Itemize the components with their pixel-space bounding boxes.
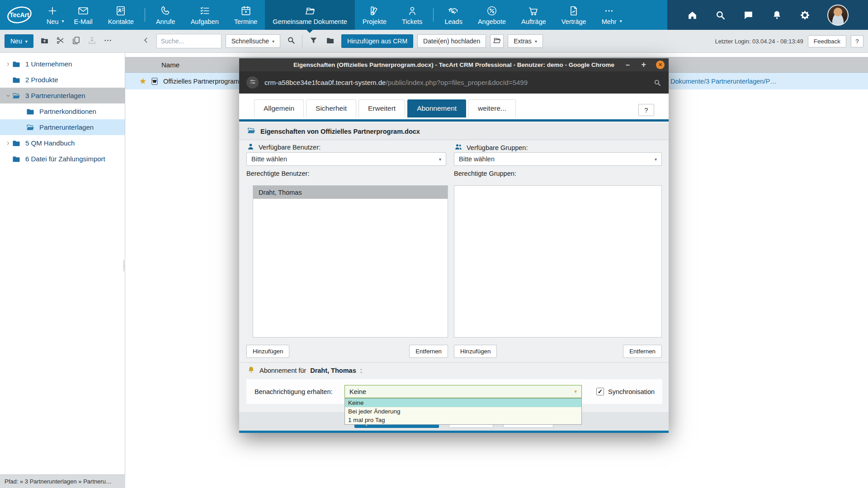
nav-item-angebote[interactable]: Angebote bbox=[470, 0, 514, 30]
notification-option-1-mal-pro-tag[interactable]: 1 mal pro Tag bbox=[345, 416, 581, 424]
sidebar-item-partnerkonditionen[interactable]: Partnerkonditionen bbox=[0, 103, 125, 119]
search-icon[interactable] bbox=[715, 9, 726, 21]
collapse-tree-icon[interactable] bbox=[140, 36, 152, 46]
add-group-button[interactable]: Hinzufügen bbox=[454, 345, 497, 358]
chat-icon[interactable] bbox=[743, 9, 754, 21]
nav-item-label: Gemeinsame Dokumente bbox=[273, 18, 347, 25]
more-dots-icon bbox=[603, 5, 615, 17]
zoom-icon[interactable] bbox=[653, 79, 661, 87]
sidebar-item-2-produkte[interactable]: 2 Produkte bbox=[0, 72, 125, 88]
sidebar-item-6-datei-fur-zahlungsimport[interactable]: 6 Datei für Zahlungsimport bbox=[0, 151, 125, 167]
search-input[interactable] bbox=[156, 34, 222, 48]
nav-item-e-mail[interactable]: E-Mail bbox=[66, 0, 100, 30]
feedback-button[interactable]: Feedback bbox=[808, 35, 846, 47]
authorized-users-label: Berechtigte Benutzer: bbox=[246, 170, 309, 177]
add-from-crm-button[interactable]: Hinzufügen aus CRM bbox=[341, 34, 413, 48]
cut-icon[interactable] bbox=[53, 36, 67, 47]
nav-item-kontakte[interactable]: Kontakte bbox=[100, 0, 142, 30]
authorized-groups-listbox[interactable] bbox=[454, 185, 662, 338]
notification-option-keine[interactable]: Keine bbox=[345, 399, 581, 407]
dialog-help-button[interactable]: ? bbox=[638, 104, 654, 116]
copy-icon[interactable] bbox=[69, 36, 83, 47]
folder-icon[interactable] bbox=[323, 36, 337, 47]
chevron-right-icon[interactable] bbox=[4, 141, 12, 146]
site-settings-icon[interactable] bbox=[246, 76, 259, 89]
remove-group-button[interactable]: Entfernen bbox=[623, 345, 662, 358]
filter-icon[interactable] bbox=[307, 36, 321, 47]
quicksearch-select[interactable]: Schnellsuche▾ bbox=[226, 34, 280, 48]
window-minimize-button[interactable]: – bbox=[626, 58, 630, 71]
bell-icon bbox=[247, 366, 255, 375]
sidebar-item-partnerunterlagen[interactable]: Partnerunterlagen bbox=[0, 119, 125, 135]
nav-item-anrufe[interactable]: Anrufe bbox=[148, 0, 183, 30]
chevron-right-icon[interactable] bbox=[4, 61, 12, 67]
favorite-star-icon[interactable] bbox=[139, 77, 147, 85]
window-close-button[interactable]: ✕ bbox=[656, 61, 665, 69]
person-icon bbox=[406, 5, 418, 17]
nav-item-vertrage[interactable]: Verträge bbox=[554, 0, 594, 30]
user-avatar[interactable] bbox=[827, 5, 849, 26]
tab-abonnement[interactable]: Abonnement bbox=[407, 99, 466, 117]
upload-folder-button[interactable] bbox=[490, 34, 504, 48]
home-icon[interactable] bbox=[687, 9, 698, 21]
tab-allgemein[interactable]: Allgemein bbox=[254, 99, 304, 117]
nav-item-leads[interactable]: Leads bbox=[437, 0, 470, 30]
synchronisation-label[interactable]: Synchronisation bbox=[608, 388, 655, 395]
contract-icon bbox=[568, 5, 580, 17]
available-groups-label: Verfügbare Gruppen: bbox=[454, 142, 528, 153]
add-user-button[interactable]: Hinzufügen bbox=[246, 345, 289, 358]
nav-item-mehr[interactable]: Mehr▾ bbox=[594, 0, 624, 30]
available-groups-select[interactable]: Bitte wählen▾ bbox=[454, 152, 662, 166]
help-button[interactable]: ? bbox=[851, 35, 863, 47]
sidebar-item-1-unternehmen[interactable]: 1 Unternehmen bbox=[0, 56, 125, 72]
tab-weitere[interactable]: weitere... bbox=[468, 99, 516, 117]
nav-group-divider bbox=[433, 8, 434, 22]
address-bar: crm-a58bce34e1fcaa0f.tecart-system.de/pu… bbox=[239, 71, 669, 94]
synchronisation-checkbox[interactable] bbox=[596, 388, 604, 395]
tecart-crm-screen: TecArt Neu▾E-MailKontakteAnrufeAufgabenT… bbox=[0, 0, 868, 488]
nav-item-label: Tickets bbox=[402, 18, 422, 25]
folder-label: 6 Datei für Zahlungsimport bbox=[25, 155, 105, 163]
upload-files-button[interactable]: Datei(en) hochladen bbox=[417, 34, 486, 48]
notification-select[interactable]: Keine▾ bbox=[344, 385, 582, 398]
nav-item-projekte[interactable]: Projekte bbox=[355, 0, 394, 30]
nav-item-label: Projekte bbox=[363, 18, 387, 25]
tecart-logo[interactable]: TecArt bbox=[0, 0, 39, 30]
sidebar-item-3-partnerunterlagen[interactable]: 3 Partnerunterlagen bbox=[0, 88, 125, 103]
nav-item-gemeinsame-dokumente[interactable]: Gemeinsame Dokumente bbox=[265, 0, 354, 30]
nav-item-aufgaben[interactable]: Aufgaben bbox=[183, 0, 226, 30]
nav-item-label: Leads bbox=[444, 18, 462, 25]
more-options-icon[interactable] bbox=[101, 36, 115, 47]
extras-button[interactable]: Extras▾ bbox=[508, 34, 543, 48]
nav-item-label: Mehr bbox=[602, 18, 617, 25]
handshake-icon bbox=[448, 5, 459, 17]
remove-user-button[interactable]: Entfernen bbox=[409, 345, 448, 358]
nav-item-tickets[interactable]: Tickets bbox=[394, 0, 430, 30]
sidebar-item-5-qm-handbuch[interactable]: 5 QM Handbuch bbox=[0, 135, 125, 151]
authorized-user-item[interactable]: Draht, Thomas bbox=[253, 186, 448, 199]
search-submit-icon[interactable] bbox=[284, 36, 298, 47]
folder-upload-icon[interactable] bbox=[38, 36, 52, 47]
chevron-down-icon[interactable] bbox=[4, 93, 12, 99]
users-icon bbox=[454, 142, 463, 153]
window-new-tab-button[interactable]: + bbox=[641, 58, 646, 71]
tab-erweitert[interactable]: Erweitert bbox=[359, 99, 405, 117]
folder-icon bbox=[26, 107, 35, 116]
tab-sicherheit[interactable]: Sicherheit bbox=[306, 99, 356, 117]
user-icon bbox=[246, 142, 255, 152]
nav-item-auftrage[interactable]: Aufträge bbox=[514, 0, 554, 30]
notification-dropdown-list: KeineBei jeder Änderung1 mal pro Tag bbox=[344, 398, 582, 425]
file-path-link[interactable]: Dokumente/3 Partnerunterlagen/P… bbox=[670, 78, 777, 85]
notification-option-bei-jeder-anderung[interactable]: Bei jeder Änderung bbox=[345, 407, 581, 416]
chevron-down-icon: ▾ bbox=[620, 19, 622, 23]
nav-item-neu[interactable]: Neu▾ bbox=[39, 0, 66, 30]
url-text: crm-a58bce34e1fcaa0f.tecart-system.de/pu… bbox=[264, 79, 528, 86]
settings-icon[interactable] bbox=[799, 9, 811, 21]
available-users-select[interactable]: Bitte wählen▾ bbox=[246, 152, 446, 166]
new-button[interactable]: Neu▾ bbox=[5, 34, 33, 48]
nav-item-termine[interactable]: Termine bbox=[226, 0, 265, 30]
authorized-users-listbox[interactable]: Draht, Thomas bbox=[253, 185, 448, 338]
notifications-icon[interactable] bbox=[771, 9, 783, 21]
abonnement-tab-panel: Eigenschaften von Offizielles Partnerpro… bbox=[239, 122, 669, 433]
toolbar: Neu▾ Schnellsuche▾ Hinzufügen aus CRM Da… bbox=[0, 30, 868, 53]
